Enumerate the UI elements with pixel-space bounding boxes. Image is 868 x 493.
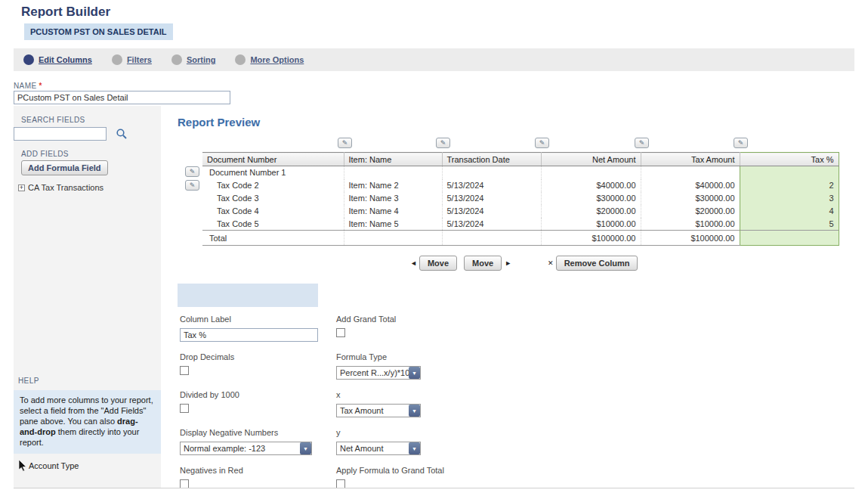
tab-filters[interactable]: Filters (112, 54, 152, 65)
total-tax-amount: $100000.00 (641, 231, 740, 246)
report-subtitle: PCUSTOM PST ON SALES DETAIL (24, 23, 173, 40)
move-left-icon: ◄ (410, 259, 417, 267)
table-cell: 5/13/2024 (442, 205, 541, 218)
table-cell-empty (740, 166, 839, 179)
tree-item-label: CA Tax Transactions (28, 183, 103, 192)
tab-sorting[interactable]: Sorting (171, 54, 216, 65)
dropdown-arrow-icon[interactable]: ▼ (300, 442, 311, 454)
dropdown-arrow-icon[interactable]: ▼ (409, 405, 420, 417)
apply-formula-to-grand-total-field: Apply Formula to Grand Total (336, 466, 444, 488)
group-row-label: Document Number 1 (202, 166, 344, 179)
edit-column-icon[interactable]: ✎ (338, 138, 352, 148)
table-cell: Tax Code 3 (202, 192, 344, 205)
formula-type-dropdown[interactable]: Percent R...x/y)*100 ▼ (336, 366, 421, 380)
y-field-label: y (336, 428, 444, 437)
tree-item-ca-tax-transactions[interactable]: + CA Tax Transactions (18, 183, 103, 192)
column-header-tax-percent[interactable]: Tax % (740, 153, 839, 166)
move-right-button[interactable]: Move (464, 256, 502, 271)
column-header-tax-amount[interactable]: Tax Amount (641, 153, 740, 166)
column-header-transaction-date[interactable]: Transaction Date (442, 153, 541, 166)
column-label-label: Column Label (180, 315, 336, 324)
dropdown-arrow-icon[interactable]: ▼ (409, 367, 420, 379)
table-cell: $40000.00 (641, 179, 740, 192)
table-header-row: Document Number Item: Name Transaction D… (202, 153, 839, 166)
drop-decimals-checkbox[interactable] (180, 366, 189, 375)
tab-bar: Edit Columns Filters Sorting More Option… (14, 48, 854, 71)
mouse-cursor-icon (18, 460, 27, 472)
move-right-icon: ► (505, 259, 511, 267)
edit-row-icon[interactable]: ✎ (185, 180, 199, 191)
tab-dot-icon (235, 54, 246, 65)
drag-item-account-type[interactable]: Account Type (18, 460, 161, 472)
table-cell-empty (344, 231, 442, 246)
search-row (14, 127, 128, 141)
edit-column-icon[interactable]: ✎ (436, 138, 450, 148)
table-cell: 5/13/2024 (442, 192, 541, 205)
table-cell-empty (541, 166, 641, 179)
dropdown-arrow-icon[interactable]: ▼ (409, 442, 420, 454)
required-marker: * (39, 82, 42, 90)
report-preview-area: Report Preview ✎ ✎ ✎ ✎ ✎ ✎ ✎ Document Nu… (178, 106, 857, 493)
drop-decimals-label: Drop Decimals (180, 352, 336, 361)
add-grand-total-checkbox[interactable] (336, 328, 345, 337)
negatives-in-red-field: Negatives in Red (180, 466, 336, 488)
edit-row-icon[interactable]: ✎ (185, 166, 199, 177)
expand-icon[interactable]: + (18, 184, 25, 191)
tab-label: More Options (250, 55, 304, 64)
apply-formula-to-grand-total-label: Apply Formula to Grand Total (336, 466, 444, 475)
edit-column-icon[interactable]: ✎ (535, 138, 549, 148)
divided-by-1000-checkbox[interactable] (180, 404, 189, 413)
edit-column-icon[interactable]: ✎ (734, 138, 748, 148)
drag-item-label: Account Type (29, 461, 79, 470)
remove-column-button[interactable]: Remove Column (556, 256, 638, 271)
total-net-amount: $100000.00 (541, 231, 641, 246)
column-label-input[interactable] (180, 328, 318, 342)
name-label: NAME* (14, 82, 42, 90)
search-fields-input[interactable] (14, 127, 107, 141)
display-negative-numbers-label: Display Negative Numbers (180, 428, 336, 437)
help-text: To add more columns to your report, sele… (14, 390, 161, 454)
table-cell: Tax Code 4 (202, 205, 344, 218)
tab-dot-icon (171, 54, 182, 65)
table-cell: 5/13/2024 (442, 218, 541, 231)
tab-edit-columns[interactable]: Edit Columns (23, 54, 92, 65)
table-row: Tax Code 4 Item: Name 4 5/13/2024 $20000… (202, 205, 839, 218)
page-title: Report Builder (21, 5, 110, 20)
display-negative-numbers-field: Display Negative Numbers Normal example:… (180, 428, 336, 455)
y-field-dropdown[interactable]: Net Amount ▼ (336, 442, 421, 455)
table-cell: Tax Code 2 (202, 179, 344, 192)
sidebar: SEARCH FIELDS ADD FIELDS Add Formula Fie… (14, 106, 161, 488)
report-builder-page: Report Builder PCUSTOM PST ON SALES DETA… (0, 0, 868, 493)
table-cell: $30000.00 (541, 192, 641, 205)
add-formula-field-button[interactable]: Add Formula Field (21, 160, 108, 175)
x-field-label: x (336, 390, 444, 399)
column-header-item-name[interactable]: Item: Name (344, 153, 442, 166)
column-header-net-amount[interactable]: Net Amount (541, 153, 641, 166)
tab-more-options[interactable]: More Options (235, 54, 304, 65)
table-cell: $40000.00 (541, 179, 641, 192)
column-header-document-number[interactable]: Document Number (202, 153, 344, 166)
negatives-in-red-label: Negatives in Red (180, 466, 336, 475)
table-cell: Item: Name 2 (344, 179, 442, 192)
add-grand-total-field: Add Grand Total (336, 315, 444, 342)
table-row: Tax Code 2 Item: Name 2 5/13/2024 $40000… (202, 179, 839, 192)
bottom-divider (14, 488, 854, 488)
table-cell-empty (641, 166, 740, 179)
formula-type-label: Formula Type (336, 352, 444, 361)
display-negative-numbers-value: Normal example: -123 (181, 442, 300, 454)
move-left-button[interactable]: Move (419, 256, 457, 271)
table-cell: Item: Name 3 (344, 192, 442, 205)
edit-column-icon[interactable]: ✎ (635, 138, 649, 148)
x-field: x Tax Amount ▼ (336, 390, 444, 417)
table-cell: $10000.00 (641, 218, 740, 231)
divided-by-1000-label: Divided by 1000 (180, 390, 336, 399)
table-cell: Tax Code 5 (202, 218, 344, 231)
x-field-dropdown[interactable]: Tax Amount ▼ (336, 404, 421, 417)
report-name-input[interactable] (14, 91, 230, 104)
report-preview-title: Report Preview (178, 116, 260, 129)
table-cell: $20000.00 (641, 205, 740, 218)
display-negative-numbers-dropdown[interactable]: Normal example: -123 ▼ (180, 442, 312, 455)
table-cell: 2 (740, 179, 839, 192)
formula-type-value: Percent R...x/y)*100 (337, 367, 409, 379)
search-icon[interactable] (116, 128, 128, 140)
